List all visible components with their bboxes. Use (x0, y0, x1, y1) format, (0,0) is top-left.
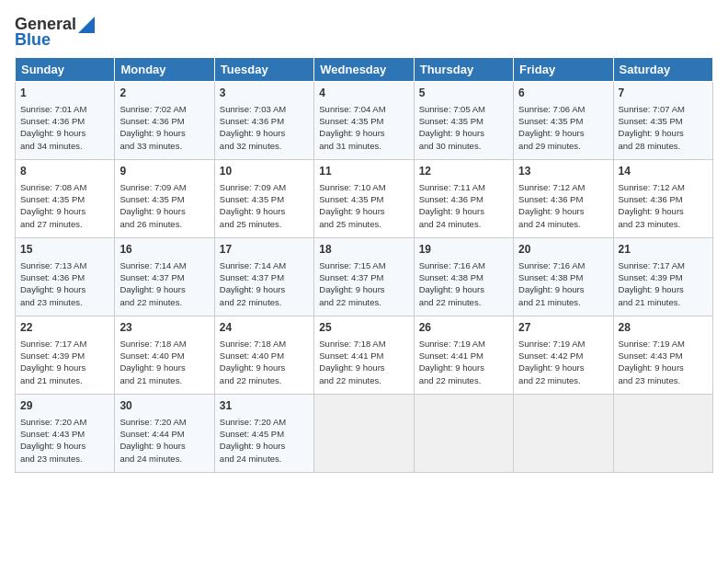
day-info: Sunrise: 7:14 AM Sunset: 4:37 PM Dayligh… (119, 259, 209, 308)
calendar-cell (514, 395, 613, 473)
day-number: 23 (119, 320, 209, 336)
calendar-header-row: SundayMondayTuesdayWednesdayThursdayFrid… (16, 58, 713, 82)
day-number: 16 (119, 242, 209, 258)
calendar-week-5: 29Sunrise: 7:20 AM Sunset: 4:43 PM Dayli… (16, 395, 713, 473)
calendar-cell: 7Sunrise: 7:07 AM Sunset: 4:35 PM Daylig… (613, 82, 712, 160)
day-number: 25 (319, 320, 408, 336)
day-number: 5 (419, 86, 508, 101)
calendar-week-2: 8Sunrise: 7:08 AM Sunset: 4:35 PM Daylig… (16, 160, 713, 238)
day-info: Sunrise: 7:18 AM Sunset: 4:41 PM Dayligh… (319, 338, 408, 386)
calendar-cell: 14Sunrise: 7:12 AM Sunset: 4:36 PM Dayli… (613, 160, 712, 238)
day-info: Sunrise: 7:20 AM Sunset: 4:43 PM Dayligh… (20, 416, 109, 465)
day-number: 29 (20, 398, 109, 414)
logo: General Blue (15, 15, 95, 50)
calendar-cell: 27Sunrise: 7:19 AM Sunset: 4:42 PM Dayli… (514, 316, 613, 395)
calendar-cell: 4Sunrise: 7:04 AM Sunset: 4:35 PM Daylig… (314, 82, 414, 160)
day-number: 28 (619, 320, 708, 336)
calendar-cell: 8Sunrise: 7:08 AM Sunset: 4:35 PM Daylig… (16, 160, 115, 238)
day-number: 27 (518, 320, 608, 336)
day-info: Sunrise: 7:12 AM Sunset: 4:36 PM Dayligh… (518, 181, 608, 230)
day-number: 7 (619, 86, 708, 101)
day-info: Sunrise: 7:09 AM Sunset: 4:35 PM Dayligh… (119, 181, 209, 230)
day-number: 11 (319, 164, 408, 179)
calendar-cell: 18Sunrise: 7:15 AM Sunset: 4:37 PM Dayli… (314, 238, 414, 316)
col-header-wednesday: Wednesday (314, 58, 414, 82)
day-info: Sunrise: 7:02 AM Sunset: 4:36 PM Dayligh… (119, 103, 209, 152)
day-info: Sunrise: 7:11 AM Sunset: 4:36 PM Dayligh… (419, 181, 508, 230)
calendar-cell: 15Sunrise: 7:13 AM Sunset: 4:36 PM Dayli… (16, 238, 115, 316)
day-info: Sunrise: 7:10 AM Sunset: 4:35 PM Dayligh… (319, 181, 408, 230)
day-number: 17 (220, 242, 309, 258)
calendar-cell: 6Sunrise: 7:06 AM Sunset: 4:35 PM Daylig… (514, 82, 613, 160)
calendar-cell (613, 395, 712, 473)
calendar-cell: 26Sunrise: 7:19 AM Sunset: 4:41 PM Dayli… (414, 316, 513, 395)
logo-blue: Blue (15, 30, 51, 50)
calendar-cell: 30Sunrise: 7:20 AM Sunset: 4:44 PM Dayli… (115, 395, 214, 473)
day-number: 1 (20, 86, 109, 101)
day-number: 14 (619, 164, 708, 179)
calendar-cell: 9Sunrise: 7:09 AM Sunset: 4:35 PM Daylig… (115, 160, 214, 238)
calendar-cell: 29Sunrise: 7:20 AM Sunset: 4:43 PM Dayli… (16, 395, 115, 473)
day-info: Sunrise: 7:18 AM Sunset: 4:40 PM Dayligh… (220, 338, 309, 386)
calendar-cell (414, 395, 513, 473)
svg-marker-0 (78, 17, 95, 33)
day-number: 15 (20, 242, 109, 258)
day-info: Sunrise: 7:20 AM Sunset: 4:44 PM Dayligh… (119, 416, 209, 465)
calendar-cell: 12Sunrise: 7:11 AM Sunset: 4:36 PM Dayli… (414, 160, 513, 238)
day-number: 22 (20, 320, 109, 336)
day-info: Sunrise: 7:15 AM Sunset: 4:37 PM Dayligh… (319, 259, 408, 308)
day-number: 10 (220, 164, 309, 179)
day-info: Sunrise: 7:12 AM Sunset: 4:36 PM Dayligh… (619, 181, 708, 230)
day-number: 24 (220, 320, 309, 336)
day-info: Sunrise: 7:16 AM Sunset: 4:38 PM Dayligh… (419, 259, 508, 308)
day-info: Sunrise: 7:03 AM Sunset: 4:36 PM Dayligh… (220, 103, 309, 152)
day-info: Sunrise: 7:08 AM Sunset: 4:35 PM Dayligh… (20, 181, 109, 230)
day-number: 3 (220, 86, 309, 101)
page-header: General Blue (15, 15, 713, 50)
calendar-cell: 17Sunrise: 7:14 AM Sunset: 4:37 PM Dayli… (214, 238, 313, 316)
calendar-cell: 20Sunrise: 7:16 AM Sunset: 4:38 PM Dayli… (514, 238, 613, 316)
calendar-cell: 25Sunrise: 7:18 AM Sunset: 4:41 PM Dayli… (314, 316, 414, 395)
calendar-cell: 1Sunrise: 7:01 AM Sunset: 4:36 PM Daylig… (16, 82, 115, 160)
day-info: Sunrise: 7:18 AM Sunset: 4:40 PM Dayligh… (119, 338, 209, 386)
day-number: 12 (419, 164, 508, 179)
day-info: Sunrise: 7:06 AM Sunset: 4:35 PM Dayligh… (518, 103, 608, 152)
day-number: 6 (518, 86, 608, 101)
day-info: Sunrise: 7:19 AM Sunset: 4:42 PM Dayligh… (518, 338, 608, 386)
col-header-thursday: Thursday (414, 58, 513, 82)
calendar-cell: 2Sunrise: 7:02 AM Sunset: 4:36 PM Daylig… (115, 82, 214, 160)
day-info: Sunrise: 7:14 AM Sunset: 4:37 PM Dayligh… (220, 259, 309, 308)
day-info: Sunrise: 7:19 AM Sunset: 4:41 PM Dayligh… (419, 338, 508, 386)
col-header-saturday: Saturday (613, 58, 712, 82)
calendar-cell: 31Sunrise: 7:20 AM Sunset: 4:45 PM Dayli… (214, 395, 313, 473)
day-info: Sunrise: 7:07 AM Sunset: 4:35 PM Dayligh… (619, 103, 708, 152)
day-info: Sunrise: 7:17 AM Sunset: 4:39 PM Dayligh… (20, 338, 109, 386)
day-number: 8 (20, 164, 109, 179)
day-number: 18 (319, 242, 408, 258)
calendar-week-3: 15Sunrise: 7:13 AM Sunset: 4:36 PM Dayli… (16, 238, 713, 316)
col-header-sunday: Sunday (16, 58, 115, 82)
day-number: 9 (119, 164, 209, 179)
calendar-cell: 24Sunrise: 7:18 AM Sunset: 4:40 PM Dayli… (214, 316, 313, 395)
day-number: 13 (518, 164, 608, 179)
day-info: Sunrise: 7:13 AM Sunset: 4:36 PM Dayligh… (20, 259, 109, 308)
calendar-cell (314, 395, 414, 473)
day-number: 30 (119, 398, 209, 414)
calendar-cell: 21Sunrise: 7:17 AM Sunset: 4:39 PM Dayli… (613, 238, 712, 316)
calendar-cell: 10Sunrise: 7:09 AM Sunset: 4:35 PM Dayli… (214, 160, 313, 238)
day-number: 2 (119, 86, 209, 101)
col-header-tuesday: Tuesday (214, 58, 313, 82)
day-info: Sunrise: 7:05 AM Sunset: 4:35 PM Dayligh… (419, 103, 508, 152)
calendar-cell: 5Sunrise: 7:05 AM Sunset: 4:35 PM Daylig… (414, 82, 513, 160)
calendar-table: SundayMondayTuesdayWednesdayThursdayFrid… (15, 57, 713, 473)
day-info: Sunrise: 7:19 AM Sunset: 4:43 PM Dayligh… (619, 338, 708, 386)
day-number: 20 (518, 242, 608, 258)
calendar-cell: 13Sunrise: 7:12 AM Sunset: 4:36 PM Dayli… (514, 160, 613, 238)
calendar-cell: 3Sunrise: 7:03 AM Sunset: 4:36 PM Daylig… (214, 82, 313, 160)
calendar-cell: 19Sunrise: 7:16 AM Sunset: 4:38 PM Dayli… (414, 238, 513, 316)
col-header-friday: Friday (514, 58, 613, 82)
calendar-cell: 11Sunrise: 7:10 AM Sunset: 4:35 PM Dayli… (314, 160, 414, 238)
calendar-week-1: 1Sunrise: 7:01 AM Sunset: 4:36 PM Daylig… (16, 82, 713, 160)
calendar-cell: 22Sunrise: 7:17 AM Sunset: 4:39 PM Dayli… (16, 316, 115, 395)
day-number: 31 (220, 398, 309, 414)
